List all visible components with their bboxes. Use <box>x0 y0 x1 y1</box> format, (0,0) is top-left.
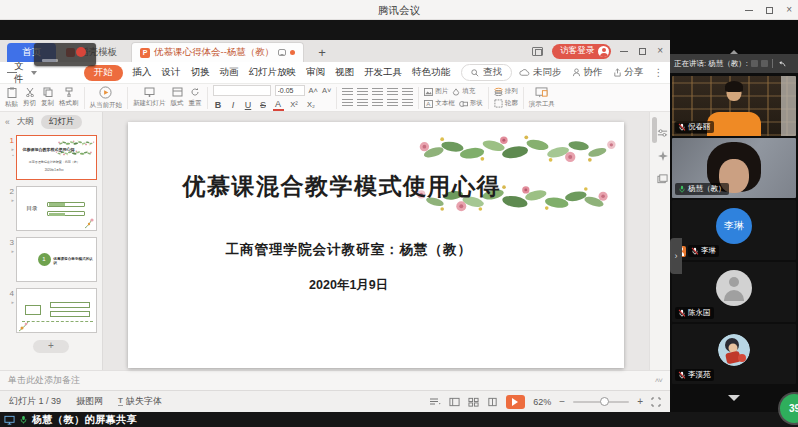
slideshow-play-button[interactable] <box>506 395 525 409</box>
tab-document[interactable]: P 优慕课心得体会--杨慧（教） <box>131 42 304 62</box>
missing-font-warning[interactable]: T 缺失字体 <box>118 395 162 408</box>
properties-sliders-icon[interactable] <box>657 128 668 138</box>
zoom-in-button[interactable]: + <box>637 397 643 407</box>
notes-bar[interactable]: 单击此处添加备注 ˄˅ <box>0 370 670 390</box>
line-spacing-icon[interactable] <box>402 88 413 96</box>
slide-thumb-1[interactable]: 1▸▪ 优慕课混合教学模式使用心得 工商管理学院会计教研室：杨慧（教） 2020… <box>0 132 102 183</box>
zoom-slider[interactable] <box>573 401 629 403</box>
superscript-button[interactable]: X² <box>288 100 301 110</box>
find-button[interactable]: 查找 <box>461 64 512 81</box>
justify-icon[interactable] <box>387 99 398 107</box>
slide-canvas[interactable]: 优慕课混合教学模式使用心得 工商管理学院会计教研室：杨慧（教） 2020年1月9… <box>128 122 624 368</box>
zoom-slider-thumb[interactable] <box>600 397 609 406</box>
scroll-down-arrow-icon[interactable] <box>728 395 740 407</box>
font-color-button[interactable]: A <box>273 99 284 111</box>
assistant-spark-icon[interactable] <box>658 151 668 161</box>
video-tile-participant-4[interactable]: 陈永国 <box>672 262 796 322</box>
zoom-level[interactable]: 62% <box>533 397 551 407</box>
video-tile-participant-5[interactable]: 李溪苑 <box>672 324 796 384</box>
outline-button[interactable]: 轮廓 <box>494 99 518 108</box>
ribbon-tab-design[interactable]: 设计 <box>162 66 181 79</box>
reset-button[interactable]: 重置 <box>189 87 202 108</box>
normal-view-icon[interactable] <box>449 397 460 407</box>
shrink-font-icon[interactable]: A˅ <box>322 86 331 95</box>
slide-title-text[interactable]: 优慕课混合教学模式使用心得 <box>183 171 502 202</box>
align-left-icon[interactable] <box>342 99 353 107</box>
subscript-button[interactable]: X₂ <box>305 100 318 110</box>
arrange-button[interactable]: 排列 <box>494 87 518 96</box>
add-slide-button[interactable]: + <box>33 340 69 353</box>
distribute-icon[interactable] <box>402 99 413 107</box>
maximize-icon[interactable] <box>766 7 773 14</box>
more-menu-icon[interactable]: ⋮ <box>654 67 664 78</box>
grow-font-icon[interactable]: A˄ <box>309 86 318 95</box>
italic-button[interactable]: I <box>228 100 239 110</box>
sync-status[interactable]: 未同步 <box>519 66 562 79</box>
play-from-current-button[interactable]: 从当前开始 <box>90 86 123 110</box>
ribbon-tab-view[interactable]: 视图 <box>335 66 354 79</box>
guest-login-button[interactable]: 访客登录 <box>552 44 611 59</box>
format-painter-button[interactable]: 格式刷 <box>59 87 79 108</box>
indent-increase-icon[interactable] <box>387 88 398 96</box>
panels-layout-icon[interactable] <box>657 174 668 184</box>
paste-button[interactable]: 粘贴 <box>5 87 18 109</box>
slide-thumb-2[interactable]: 2▸ 目录 <box>0 183 102 234</box>
fill-button[interactable]: 填充 <box>452 87 475 96</box>
bold-button[interactable]: B <box>213 100 224 110</box>
bullets-icon[interactable] <box>342 88 353 96</box>
indent-decrease-icon[interactable] <box>372 88 383 96</box>
wps-minimize-icon[interactable] <box>620 51 628 52</box>
font-name-input[interactable] <box>213 85 271 96</box>
layout-button[interactable]: 版式 <box>171 87 184 108</box>
pin-back-icon[interactable] <box>777 60 786 68</box>
slide-sorter-icon[interactable] <box>468 397 479 407</box>
align-center-icon[interactable] <box>357 99 368 107</box>
window-switch-icon[interactable] <box>532 47 543 56</box>
ribbon-tab-slideshow[interactable]: 幻灯片放映 <box>249 66 297 79</box>
wps-close-icon[interactable]: × <box>657 46 663 56</box>
collaborate-button[interactable]: 协作 <box>572 66 603 79</box>
notes-toggle-icon[interactable] <box>429 397 441 406</box>
new-slide-button[interactable]: 新建幻灯片 <box>133 87 166 108</box>
resource-link[interactable]: 摄图网 <box>76 395 103 408</box>
sidebar-collapse-handle[interactable]: › <box>670 238 682 274</box>
fit-window-icon[interactable] <box>651 397 661 407</box>
collapse-panel-icon[interactable]: « <box>5 117 10 127</box>
ribbon-tab-animation[interactable]: 动画 <box>220 66 239 79</box>
minimize-icon[interactable] <box>745 10 753 11</box>
reading-view-icon[interactable] <box>487 397 498 407</box>
align-right-icon[interactable] <box>372 99 383 107</box>
present-tools-button[interactable]: 演示工具 <box>529 87 555 109</box>
ribbon-tab-features[interactable]: 特色功能 <box>412 66 450 79</box>
zoom-out-button[interactable]: − <box>559 397 565 407</box>
slide-thumb-3[interactable]: 3▸ 1 优慕课混合教学模式的认识 <box>0 234 102 285</box>
ribbon-tab-devtools[interactable]: 开发工具 <box>364 66 402 79</box>
underline-button[interactable]: U <box>243 100 254 110</box>
ribbon-tab-insert[interactable]: 插入 <box>133 66 152 79</box>
ribbon-tab-start[interactable]: 开始 <box>84 65 123 81</box>
tab-slides[interactable]: 幻灯片 <box>41 115 83 129</box>
picture-button[interactable]: 图片 <box>424 87 448 96</box>
comment-icon[interactable] <box>278 49 286 56</box>
slide-subtitle-text[interactable]: 工商管理学院会计教研室：杨慧（教） <box>128 241 569 259</box>
ribbon-tab-transition[interactable]: 切换 <box>191 66 210 79</box>
share-button[interactable]: 分享 <box>613 66 644 79</box>
video-tile-participant-3[interactable]: 李琳 李琳 <box>672 200 796 260</box>
slide-thumb-4[interactable]: 4▸ <box>0 285 102 336</box>
tab-outline[interactable]: 大纲 <box>17 116 34 128</box>
ribbon-tab-review[interactable]: 审阅 <box>306 66 325 79</box>
close-icon[interactable]: × <box>786 5 792 15</box>
font-size-input[interactable] <box>275 85 305 96</box>
numbering-icon[interactable] <box>357 88 368 96</box>
new-tab-button[interactable]: + <box>314 43 330 62</box>
textbox-button[interactable]: A 文本框 <box>424 99 455 108</box>
cut-button[interactable]: 剪切 <box>23 87 36 108</box>
video-tile-participant-2[interactable]: 杨慧（教） <box>672 138 796 198</box>
strikethrough-button[interactable]: S <box>258 100 269 110</box>
notes-expand-icon[interactable]: ˄˅ <box>655 376 662 385</box>
wps-maximize-icon[interactable] <box>639 48 646 55</box>
shapes-button[interactable]: 形状 <box>459 99 483 108</box>
slide-date-text[interactable]: 2020年1月9日 <box>128 277 569 294</box>
video-tile-participant-1[interactable]: 倪春丽 <box>672 76 796 136</box>
copy-button[interactable]: 复制 <box>41 87 54 108</box>
